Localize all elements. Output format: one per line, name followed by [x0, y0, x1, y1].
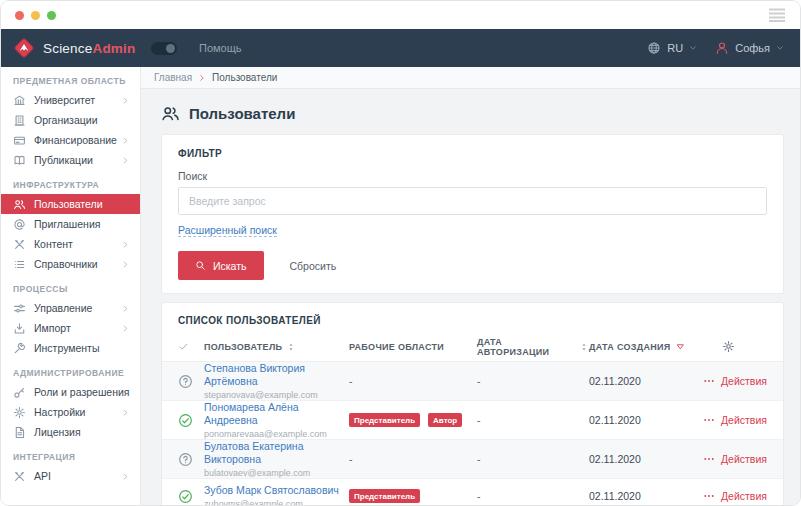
created-date-cell: 02.11.2020: [589, 490, 689, 502]
users-icon: [161, 104, 180, 123]
language-selector[interactable]: RU: [647, 41, 709, 55]
sidebar-item-label: Управление: [34, 302, 92, 314]
table-row: Степанова Виктория Артёмовнаstepanovava@…: [162, 362, 783, 401]
sort-icon[interactable]: [579, 342, 589, 352]
status-pending-icon: [178, 374, 193, 389]
auth-date-value: -: [477, 453, 481, 465]
column-user-label: ПОЛЬЗОВАТЕЛЬ: [204, 342, 282, 352]
sidebar-item-content[interactable]: Контент: [1, 234, 140, 254]
tools-icon: [13, 238, 26, 251]
chevron-right-icon: [121, 304, 130, 313]
user-name-link[interactable]: Зубов Марк Святославович: [204, 484, 339, 497]
key-icon: [13, 386, 26, 399]
sidebar-item-label: Приглашения: [34, 218, 100, 230]
user-name-link[interactable]: Пономарева Алёна Андреевна: [204, 401, 349, 427]
search-button[interactable]: Искать: [178, 251, 264, 280]
chevron-down-icon: [689, 44, 697, 52]
sidebar-item-roles-permissions[interactable]: Роли и разрешения: [1, 382, 140, 402]
actions-cell: Действия: [689, 490, 767, 502]
workspaces-cell: -: [349, 375, 477, 387]
users-icon: [13, 198, 26, 211]
created-date-cell: 02.11.2020: [589, 453, 689, 465]
sort-desc-triangle-icon[interactable]: [675, 341, 686, 352]
workspaces-cell: ПредставительАвтор: [349, 413, 477, 427]
sidebar-item-publications[interactable]: Публикации: [1, 150, 140, 170]
sidebar-item-invitations[interactable]: Приглашения: [1, 214, 140, 234]
sidebar-item-settings[interactable]: Настройки: [1, 402, 140, 422]
sidebar-item-financing[interactable]: Финансирование: [1, 130, 140, 150]
app-logo[interactable]: ScienceAdmin: [1, 36, 141, 60]
list-icon: [13, 258, 26, 271]
status-cell: [178, 413, 204, 428]
column-created-date-label: ДАТА СОЗДАНИЯ: [589, 342, 671, 352]
sidebar-section-label: ИНФРАСТРУКТУРА: [1, 170, 140, 194]
wrench-icon: [13, 342, 26, 355]
row-actions-button[interactable]: Действия: [703, 414, 767, 426]
sidebar-item-label: Настройки: [34, 406, 86, 418]
book-icon: [13, 154, 26, 167]
search-input[interactable]: [178, 187, 767, 215]
filter-panel: ФИЛЬТР Поиск Расширенный поиск Искать Сб…: [161, 134, 784, 294]
sidebar-item-api[interactable]: API: [1, 466, 140, 486]
column-workspaces-label: РАБОЧИЕ ОБЛАСТИ: [349, 342, 444, 352]
user-cell: Булатова Екатерина Викторовнаbulatovaev@…: [204, 440, 349, 478]
table-settings-gear-icon[interactable]: [722, 340, 735, 353]
column-auth-date[interactable]: ДАТА АВТОРИЗАЦИИ: [477, 337, 589, 357]
minimize-window-button[interactable]: [31, 11, 40, 20]
status-active-icon: [178, 489, 193, 504]
logo-text: ScienceAdmin: [43, 41, 135, 56]
sidebar-item-label: Справочники: [34, 258, 98, 270]
maximize-window-button[interactable]: [47, 11, 56, 20]
logo-diamond-icon: [12, 36, 36, 60]
sidebar-item-label: Финансирование: [34, 134, 117, 146]
header-toggle-switch[interactable]: [151, 42, 177, 55]
user-email: zubovms@example.com: [204, 499, 303, 506]
breadcrumb-home-link[interactable]: Главная: [154, 72, 192, 83]
reset-button[interactable]: Сбросить: [290, 260, 337, 272]
sidebar-item-license[interactable]: Лицензия: [1, 422, 140, 442]
user-name-link[interactable]: Булатова Екатерина Викторовна: [204, 440, 349, 466]
sidebar-section-label: ПРЕДМЕТНАЯ ОБЛАСТЬ: [1, 67, 140, 90]
close-window-button[interactable]: [15, 11, 24, 20]
user-cell: Пономарева Алёна Андреевнаponomarevaaa@e…: [204, 401, 349, 439]
sidebar-item-label: Университет: [34, 94, 95, 106]
column-user[interactable]: ПОЛЬЗОВАТЕЛЬ: [204, 342, 349, 352]
license-icon: [13, 426, 26, 439]
row-actions-button[interactable]: Действия: [703, 375, 767, 387]
users-table-body: Степанова Виктория Артёмовнаstepanovava@…: [162, 362, 783, 505]
user-menu[interactable]: Софья: [715, 41, 784, 55]
status-pending-icon: [178, 452, 193, 467]
sliders-icon: [13, 302, 26, 315]
sidebar-item-organizations[interactable]: Организации: [1, 110, 140, 130]
column-created-date[interactable]: ДАТА СОЗДАНИЯ: [589, 341, 689, 352]
chevron-right-icon: [198, 74, 206, 82]
building-icon: [13, 114, 26, 127]
select-all-check-icon[interactable]: [178, 341, 189, 352]
auth-date-cell: -: [477, 414, 589, 426]
help-link[interactable]: Помощь: [199, 42, 242, 54]
hamburger-menu-icon[interactable]: [768, 8, 786, 22]
sidebar-item-university[interactable]: Университет: [1, 90, 140, 110]
person-icon: [715, 41, 729, 55]
column-workspaces: РАБОЧИЕ ОБЛАСТИ: [349, 342, 477, 352]
created-date-cell: 02.11.2020: [589, 414, 689, 426]
sidebar-item-instruments[interactable]: Инструменты: [1, 338, 140, 358]
auth-date-value: -: [477, 490, 481, 502]
row-actions-button[interactable]: Действия: [703, 490, 767, 502]
sort-icon[interactable]: [286, 342, 296, 352]
workspace-badge: Представитель: [349, 413, 420, 427]
gear-icon: [13, 406, 26, 419]
user-email: ponomarevaaa@example.com: [204, 429, 327, 439]
sidebar-item-label: Лицензия: [34, 426, 81, 438]
chevron-right-icon: [121, 96, 130, 105]
sidebar-item-users[interactable]: Пользователи: [1, 194, 140, 214]
sidebar-item-directories[interactable]: Справочники: [1, 254, 140, 274]
empty-value: -: [349, 375, 353, 387]
sidebar-item-label: Публикации: [34, 154, 93, 166]
sidebar-item-management[interactable]: Управление: [1, 298, 140, 318]
row-actions-button[interactable]: Действия: [703, 453, 767, 465]
user-name-link[interactable]: Степанова Виктория Артёмовна: [204, 362, 349, 388]
ellipsis-icon: [703, 375, 715, 387]
sidebar-item-import[interactable]: Импорт: [1, 318, 140, 338]
advanced-search-link[interactable]: Расширенный поиск: [178, 224, 277, 237]
